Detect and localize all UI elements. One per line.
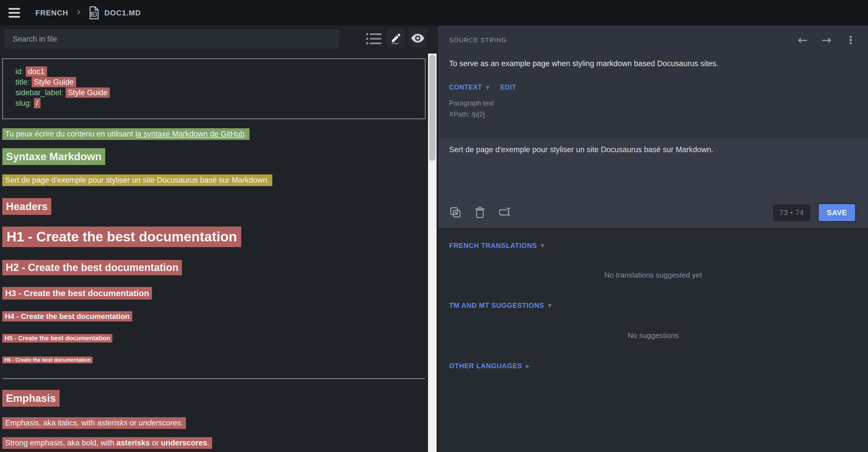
list-icon <box>366 32 382 46</box>
pencil-icon <box>390 32 402 45</box>
emphasis-section-heading[interactable]: Emphasis <box>2 390 60 407</box>
source-text: To serve as an example page when styling… <box>449 59 718 68</box>
breadcrumb-project[interactable]: FRENCH <box>35 8 68 18</box>
other-languages-toggle[interactable]: OTHER LANGUAGES <box>449 362 522 370</box>
breadcrumb-file: DOC1.MD <box>104 8 141 18</box>
source-string-label: SOURCE STRING <box>449 36 507 44</box>
save-button[interactable]: SAVE <box>818 203 856 222</box>
frontmatter-block: id: doc1 title: Style Guide sidebar_labe… <box>2 58 426 119</box>
preview-mode-button[interactable] <box>409 29 427 47</box>
text-cursor-icon <box>498 206 512 220</box>
headers-section-heading[interactable]: Headers <box>2 198 51 215</box>
strong-paragraph-string[interactable]: Strong emphasis, aka bold, with asterisk… <box>2 437 212 449</box>
trash-icon <box>474 206 486 220</box>
h5-string[interactable]: H5 - Create the best documentation <box>2 334 112 343</box>
breadcrumb: FRENCH › M↓ DOC1.MD <box>35 6 141 20</box>
context-edit-button[interactable]: EDIT <box>500 84 517 91</box>
context-type: Paragraph text <box>449 99 494 107</box>
search-input[interactable] <box>5 29 339 49</box>
chevron-right-icon: › <box>76 6 81 18</box>
horizontal-rule <box>2 378 425 379</box>
tm-mt-suggestions-toggle[interactable]: TM AND MT SUGGESTIONS <box>449 301 544 310</box>
copy-source-icon <box>449 206 462 220</box>
frontmatter-row[interactable]: slug: / <box>16 98 425 108</box>
suggestions-section: FRENCH TRANSLATIONS ▼ No translations su… <box>438 228 868 452</box>
triangle-down-icon: ▼ <box>540 243 545 249</box>
select-text-button[interactable] <box>498 206 512 220</box>
source-string-section: SOURCE STRING ← → ⋮ To serve as an examp… <box>438 26 868 137</box>
eye-icon <box>411 33 425 44</box>
scrollbar-thumb[interactable] <box>429 55 435 161</box>
triangle-down-icon: ▼ <box>548 303 552 309</box>
svg-text:M↓: M↓ <box>92 12 96 16</box>
translation-toolbar: 73 • 74 SAVE <box>449 201 856 225</box>
tm-empty-message: No suggestions <box>438 331 868 340</box>
hamburger-menu-icon[interactable] <box>8 8 20 18</box>
h2-string[interactable]: H2 - Create the best documentation <box>2 260 182 275</box>
translation-input[interactable]: Sert de page d'exemple pour styliser un … <box>438 138 868 154</box>
clear-translation-button[interactable] <box>474 206 486 220</box>
h1-string[interactable]: H1 - Create the best documentation <box>2 227 241 247</box>
context-toggle[interactable]: CONTEXT <box>449 84 482 91</box>
selected-paragraph-string[interactable]: Sert de page d'exemple pour styliser un … <box>2 174 272 186</box>
intro-paragraph-string[interactable]: Tu peux écrire du contenu en utilisant l… <box>2 128 249 140</box>
triangle-right-icon: ▶ <box>526 363 529 369</box>
translation-editor: FRENCH › M↓ DOC1.MD <box>0 0 868 452</box>
frontmatter-row[interactable]: id: doc1 <box>16 66 425 77</box>
translations-empty-message: No translations suggested yet <box>438 271 868 280</box>
copy-source-button[interactable] <box>449 206 462 220</box>
frontmatter-row[interactable]: sidebar_label: Style Guide <box>16 88 425 98</box>
emphasis-paragraph-string[interactable]: Emphasis, aka italics, with asterisks or… <box>2 417 186 429</box>
strings-list-button[interactable] <box>365 31 383 47</box>
char-counter: 73 • 74 <box>773 204 810 221</box>
markdown-file-icon: M↓ <box>89 6 99 20</box>
frontmatter-row[interactable]: title: Style Guide <box>16 77 425 88</box>
french-translations-toggle[interactable]: FRENCH TRANSLATIONS <box>449 242 537 250</box>
document-panel: id: doc1 title: Style Guide sidebar_labe… <box>0 26 429 452</box>
next-string-button[interactable]: → <box>822 34 832 46</box>
h3-string[interactable]: H3 - Create the best documentation <box>2 287 152 299</box>
markdown-syntax-link[interactable]: la syntaxe Markdown de GitHub <box>135 130 245 138</box>
translation-section: Sert de page d'exemple pour styliser un … <box>438 137 868 228</box>
edit-mode-button[interactable] <box>387 29 405 47</box>
h4-string[interactable]: H4 - Create the best documentation <box>2 311 132 321</box>
previous-string-button[interactable]: ← <box>798 34 808 46</box>
translation-panel: SOURCE STRING ← → ⋮ To serve as an examp… <box>438 0 868 452</box>
document-scrollbar[interactable] <box>428 54 437 452</box>
markdown-section-heading[interactable]: Syntaxe Markdown <box>2 148 105 165</box>
h6-string[interactable]: H6 - Create the best documentation <box>2 357 93 363</box>
more-menu-button[interactable]: ⋮ <box>845 35 856 45</box>
triangle-down-icon: ▼ <box>486 85 490 90</box>
context-xpath: XPath: /p[2] <box>449 110 485 118</box>
